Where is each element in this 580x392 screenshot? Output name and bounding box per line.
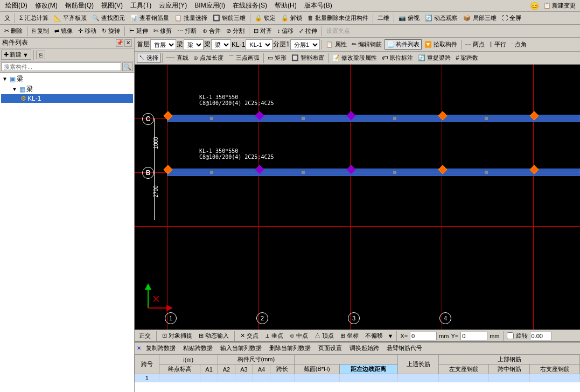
stretch-btn[interactable]: ⤢ 拉伸 bbox=[297, 26, 319, 36]
tree-item-root[interactable]: ▼ ▣ 梁 bbox=[1, 74, 133, 84]
comp-subtype-select[interactable]: 梁 bbox=[211, 39, 231, 50]
td-right-seat bbox=[530, 374, 580, 382]
re-extract-btn[interactable]: 🔄 重提梁跨 bbox=[416, 53, 453, 63]
y-input[interactable] bbox=[460, 332, 487, 340]
grid-v5 bbox=[533, 65, 534, 330]
menu-help[interactable]: 帮助(H) bbox=[271, 1, 300, 11]
rotate-input[interactable] bbox=[530, 332, 551, 340]
line-btn[interactable]: ── 直线 bbox=[164, 53, 191, 63]
x-input[interactable] bbox=[410, 332, 437, 340]
folder-icon: ▣ bbox=[10, 75, 16, 83]
search-button[interactable]: 🔍 bbox=[122, 62, 133, 71]
coord-btn[interactable]: ⊞ 坐标 bbox=[338, 331, 361, 341]
local3d-btn[interactable]: 📦 局部三维 bbox=[461, 13, 498, 23]
menu-version[interactable]: 版本号(B) bbox=[301, 1, 336, 11]
dynamic-input-btn[interactable]: ⊞ 动态输入 bbox=[197, 331, 231, 341]
input-col-btn[interactable]: 输入当前列数据 bbox=[218, 343, 264, 353]
menu-online[interactable]: 在线服务(S) bbox=[229, 1, 270, 11]
rect-btn[interactable]: ▭ 矩形 bbox=[265, 53, 289, 63]
menu-cloud[interactable]: 云应用(Y) bbox=[156, 1, 190, 11]
select-btn[interactable]: ↖ 选择 bbox=[137, 53, 160, 63]
copy-span-btn[interactable]: 复制跨数据 bbox=[143, 343, 178, 353]
mirror-btn[interactable]: ⇌ 镜像 bbox=[52, 26, 75, 36]
offset-btn[interactable]: ↕ 偏移 bbox=[275, 26, 296, 36]
menu-rebar[interactable]: 钢筋量(Q) bbox=[62, 1, 97, 11]
comp-name-select[interactable]: KL-1 bbox=[246, 39, 272, 50]
merge-btn[interactable]: ⊕ 合并 bbox=[200, 26, 223, 36]
menu-modify[interactable]: 修改(M) bbox=[32, 1, 61, 11]
view-rebar-btn[interactable]: 📊 查看钢筋量 bbox=[128, 13, 171, 23]
batch-delete-btn[interactable]: 🗑 批量删除未使用构件 bbox=[305, 13, 371, 23]
in-place-label-btn[interactable]: 🏷 原位标注 bbox=[380, 53, 415, 63]
menu-draw[interactable]: 绘图(D) bbox=[2, 1, 31, 11]
extend-btn[interactable]: ⊢ 延伸 bbox=[127, 26, 150, 36]
set-grip-btn[interactable]: 设置夹点 bbox=[324, 26, 352, 36]
find-elem-btn[interactable]: 🔍 查找图元 bbox=[90, 13, 127, 23]
unlock-btn[interactable]: 🔓 解锁 bbox=[279, 13, 304, 23]
edit-rebar-btn[interactable]: ✏ 编辑钢筋 bbox=[350, 39, 384, 50]
comp-name-label: KL-1 bbox=[232, 41, 245, 48]
mod-beam-prop-btn[interactable]: 📝 修改梁段属性 bbox=[330, 53, 379, 63]
point-angle-btn[interactable]: ⋅ 点角 bbox=[509, 39, 529, 50]
property-btn[interactable]: 📋 属性 bbox=[324, 39, 349, 50]
move-btn[interactable]: ✛ 移动 bbox=[76, 26, 99, 36]
panel-close-btn[interactable]: ✕ bbox=[124, 39, 132, 47]
2d-btn[interactable]: 二维 bbox=[375, 13, 392, 23]
new-change-btn[interactable]: 📋 新建变更 bbox=[541, 1, 578, 11]
comp-list-btn[interactable]: 📃 构件列表 bbox=[385, 39, 422, 50]
topview-btn[interactable]: 📷 俯视 bbox=[396, 13, 422, 23]
lock-btn[interactable]: 🔒 锁定 bbox=[253, 13, 278, 23]
cantilever-code-btn[interactable]: 悬臂钢筋代号 bbox=[384, 343, 425, 353]
th-right-seat: 右支座钢筋 bbox=[530, 365, 580, 374]
batch-select-btn[interactable]: 📋 批量选择 bbox=[172, 13, 209, 23]
copy-btn[interactable]: ⎘ 复制 bbox=[30, 26, 51, 36]
trim-btn[interactable]: ✄ 修剪 bbox=[151, 26, 174, 36]
handle-2-1 bbox=[210, 171, 213, 174]
endpoint-btn[interactable]: △ 顶点 bbox=[312, 331, 336, 341]
pick-comp-btn[interactable]: 🔽 拾取构件 bbox=[422, 39, 459, 50]
义-btn[interactable]: 义 bbox=[2, 13, 12, 23]
search-input[interactable] bbox=[1, 62, 121, 71]
comp-type-select[interactable]: 梁 bbox=[184, 39, 204, 50]
close-bottom-btn[interactable]: ✕ bbox=[137, 345, 141, 351]
menu-view[interactable]: 视图(V) bbox=[98, 1, 126, 11]
perp-btn[interactable]: ⊥ 垂点 bbox=[263, 331, 285, 341]
flushboard-btn[interactable]: 📐 平齐板顶 bbox=[52, 13, 89, 23]
snap-btn[interactable]: ⊡ 对象捕捉 bbox=[160, 331, 194, 341]
align-btn[interactable]: ⊟ 对齐 bbox=[251, 26, 274, 36]
orthogonal-btn[interactable]: 正交 bbox=[137, 331, 153, 341]
th-a4: A4 bbox=[253, 365, 270, 374]
panel-pin-btn[interactable]: 📌 bbox=[116, 39, 123, 47]
intersect-btn[interactable]: ✕ 交点 bbox=[238, 331, 261, 341]
point-length-btn[interactable]: ⊙ 点加长度 bbox=[191, 53, 226, 63]
copy-component-btn[interactable]: ⎘ bbox=[36, 51, 45, 59]
span-count-btn[interactable]: # 梁跨数 bbox=[453, 53, 480, 63]
smart-layout-btn[interactable]: 🔲 智能布置 bbox=[289, 53, 326, 63]
break-btn[interactable]: ⋯ 打断 bbox=[175, 26, 199, 36]
rebar3d-btn[interactable]: 🔲 钢筋三维 bbox=[211, 13, 248, 23]
menu-bim[interactable]: BIM应用(I) bbox=[191, 1, 228, 11]
layer-select[interactable]: 分层1 bbox=[290, 39, 320, 50]
rotate-btn[interactable]: ↻ 旋转 bbox=[100, 26, 122, 36]
delete-col-btn[interactable]: 删除当前列数据 bbox=[267, 343, 313, 353]
paste-span-btn[interactable]: 粘贴跨数据 bbox=[180, 343, 215, 353]
parallel-btn[interactable]: ∥ 平行 bbox=[487, 39, 508, 50]
no-offset-btn[interactable]: 不偏移 bbox=[363, 331, 385, 341]
split-btn[interactable]: ⊘ 分割 bbox=[224, 26, 247, 36]
midpoint-btn[interactable]: ⊙ 中点 bbox=[288, 331, 310, 341]
dynamic-obs-btn[interactable]: 🔄 动态观察 bbox=[423, 13, 460, 23]
drawing-canvas[interactable]: KL-1 350*550 C8@100/200(4) 2C25;4C25 C bbox=[135, 65, 580, 330]
tree-item-kl1[interactable]: ⚙ KL-1 bbox=[1, 94, 133, 103]
menu-tools[interactable]: 工具(T) bbox=[127, 1, 155, 11]
floor-select[interactable]: 首层 bbox=[150, 39, 176, 50]
rotate-checkbox[interactable] bbox=[507, 332, 514, 339]
sum-btn[interactable]: Σ 汇总计算 bbox=[17, 13, 51, 23]
page-setup-btn[interactable]: 页面设置 bbox=[316, 343, 345, 353]
two-point-btn[interactable]: ╌ 两点 bbox=[463, 39, 487, 50]
tree-item-beam-type[interactable]: ▼ ▦ 梁 bbox=[1, 84, 133, 94]
delete-btn[interactable]: ✂ 删除 bbox=[2, 26, 25, 36]
fullscreen-btn[interactable]: ⛶ 全屏 bbox=[500, 13, 523, 23]
swap-start-btn[interactable]: 调换起始跨 bbox=[347, 343, 382, 353]
new-component-btn[interactable]: ✚ 新建 ▼ bbox=[1, 50, 31, 60]
arc-btn[interactable]: ⌒ 三点画弧 bbox=[226, 53, 262, 63]
